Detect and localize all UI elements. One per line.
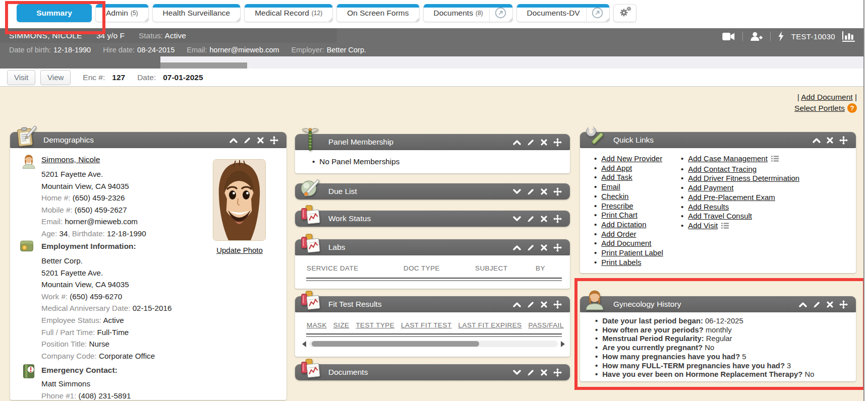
scroll-left-arrow[interactable] bbox=[302, 341, 306, 347]
gynecology-history-portlet: Gynecology History Date your last period… bbox=[580, 296, 856, 381]
collapse-icon[interactable] bbox=[799, 302, 807, 307]
vertical-scrollbar[interactable] bbox=[863, 0, 868, 401]
link-prescribe[interactable]: Prescribe bbox=[601, 202, 633, 210]
patient-name-link[interactable]: Simmons, Nicole bbox=[41, 155, 100, 164]
column-header-last-fit-expires[interactable]: LAST FIT EXPIRES bbox=[458, 321, 522, 329]
edit-icon[interactable] bbox=[527, 301, 535, 308]
edit-icon[interactable] bbox=[527, 369, 535, 376]
expand-icon[interactable] bbox=[513, 189, 521, 194]
link-add-visit[interactable]: Add Visit bbox=[688, 221, 718, 230]
tab-settings-button[interactable] bbox=[613, 4, 636, 22]
tab-documents[interactable]: Documents(8) bbox=[423, 4, 513, 22]
link-print-patient-label[interactable]: Print Patient Label bbox=[601, 248, 663, 257]
labs-column-headers: SERVICE DATEDOC TYPESUBJECTBY bbox=[307, 264, 545, 272]
edit-icon[interactable] bbox=[527, 215, 535, 223]
edit-icon[interactable] bbox=[527, 188, 535, 195]
portlet-title: Due List bbox=[328, 183, 357, 199]
link-add-results[interactable]: Add Results bbox=[688, 203, 729, 211]
link-add-document[interactable]: Add Document bbox=[601, 239, 651, 247]
link-add-payment[interactable]: Add Payment bbox=[688, 183, 733, 192]
link-email[interactable]: Email bbox=[601, 182, 620, 191]
visit-button[interactable]: Visit bbox=[7, 70, 35, 85]
move-icon[interactable] bbox=[839, 300, 848, 309]
view-button[interactable]: View bbox=[40, 70, 71, 85]
collapse-icon[interactable] bbox=[229, 138, 238, 143]
link-add-task[interactable]: Add Task bbox=[601, 173, 632, 181]
expand-icon[interactable] bbox=[513, 370, 521, 375]
divider bbox=[742, 32, 743, 41]
column-header-last-fit-test[interactable]: LAST FIT TEST bbox=[401, 321, 451, 329]
list-menu-icon[interactable] bbox=[771, 155, 779, 165]
close-icon[interactable] bbox=[541, 139, 547, 146]
link-add-order[interactable]: Add Order bbox=[601, 230, 636, 238]
link-add-dictation[interactable]: Add Dictation bbox=[601, 220, 646, 229]
collapse-icon[interactable] bbox=[513, 302, 521, 307]
collapse-icon[interactable] bbox=[513, 245, 521, 250]
move-icon[interactable] bbox=[553, 215, 562, 223]
bar-chart-icon[interactable] bbox=[842, 31, 856, 42]
close-icon[interactable] bbox=[827, 137, 833, 144]
close-icon[interactable] bbox=[541, 369, 547, 376]
close-icon[interactable] bbox=[541, 216, 547, 222]
link-checkin[interactable]: Checkin bbox=[601, 192, 628, 201]
move-icon[interactable] bbox=[553, 187, 562, 196]
move-icon[interactable] bbox=[553, 138, 562, 147]
open-new-window-icon[interactable] bbox=[489, 4, 506, 22]
link-add-case-management[interactable]: Add Case Management bbox=[688, 154, 768, 163]
column-header-mask[interactable]: MASK bbox=[307, 321, 327, 329]
help-icon[interactable]: ? bbox=[847, 103, 857, 116]
link-add-driver-fitness-determination[interactable]: Add Driver Fitness Determination bbox=[688, 174, 799, 182]
close-icon[interactable] bbox=[541, 188, 547, 195]
quick-links-portlet: Quick Links Add New ProviderAdd ApptAdd … bbox=[580, 132, 856, 273]
update-photo-link[interactable]: Update Photo bbox=[210, 246, 269, 254]
edit-icon[interactable] bbox=[244, 137, 251, 144]
close-icon[interactable] bbox=[541, 301, 547, 308]
move-icon[interactable] bbox=[270, 136, 278, 145]
lightning-bolt-icon[interactable] bbox=[778, 31, 784, 41]
tab-summary[interactable]: Summary bbox=[17, 4, 92, 22]
list-menu-icon[interactable] bbox=[721, 222, 729, 232]
tab-health-surveillance[interactable]: Health Surveillance bbox=[152, 4, 241, 22]
tab-admin[interactable]: Admin(5) bbox=[95, 4, 149, 22]
link-add-contact-tracing[interactable]: Add Contact Tracing bbox=[688, 165, 757, 173]
expand-icon[interactable] bbox=[513, 216, 521, 222]
close-icon[interactable] bbox=[541, 244, 547, 251]
link-add-travel-consult[interactable]: Add Travel Consult bbox=[688, 212, 752, 220]
edit-icon[interactable] bbox=[527, 139, 535, 146]
tab-on-screen-forms[interactable]: On Screen Forms bbox=[336, 4, 419, 22]
woman-avatar-icon bbox=[584, 290, 605, 311]
link-add-pre-placement-exam[interactable]: Add Pre-Placement Exam bbox=[688, 193, 775, 202]
close-icon[interactable] bbox=[257, 137, 264, 144]
add-person-icon[interactable] bbox=[750, 32, 763, 41]
link-add-new-provider[interactable]: Add New Provider bbox=[601, 154, 662, 163]
move-icon[interactable] bbox=[553, 368, 562, 377]
edit-icon[interactable] bbox=[527, 244, 535, 251]
video-camera-icon[interactable] bbox=[722, 32, 735, 41]
move-icon[interactable] bbox=[553, 243, 562, 252]
add-document-link[interactable]: Add Document bbox=[801, 93, 853, 101]
tab-medical-record[interactable]: Medical Record(12) bbox=[244, 4, 333, 22]
select-portlets-link[interactable]: Select Portlets bbox=[794, 104, 845, 112]
open-new-window-icon[interactable] bbox=[586, 4, 603, 22]
strip-scroll-block[interactable] bbox=[160, 62, 247, 69]
move-icon[interactable] bbox=[553, 300, 562, 309]
column-header-pass-fail[interactable]: PASS/FAIL bbox=[529, 321, 564, 329]
close-icon[interactable] bbox=[827, 301, 833, 308]
scrollbar-track[interactable] bbox=[309, 341, 558, 347]
link-print-chart[interactable]: Print Chart bbox=[601, 211, 638, 219]
link-print-labels[interactable]: Print Labels bbox=[601, 258, 641, 266]
move-icon[interactable] bbox=[839, 136, 848, 145]
scroll-right-arrow[interactable] bbox=[561, 341, 565, 347]
column-header-test-type[interactable]: TEST TYPE bbox=[356, 321, 394, 329]
edit-icon[interactable] bbox=[813, 301, 821, 308]
tab-documents-dv[interactable]: Documents-DV bbox=[516, 4, 610, 22]
employer-field: Employer:Better Corp. bbox=[292, 46, 366, 54]
collapse-icon[interactable] bbox=[813, 138, 821, 143]
collapse-icon[interactable] bbox=[513, 140, 521, 145]
link-add-appt[interactable]: Add Appt bbox=[601, 164, 632, 172]
scrollbar-thumb[interactable] bbox=[312, 341, 479, 347]
column-header-doc-type: DOC TYPE bbox=[403, 264, 475, 272]
quick-link-item: Add Document bbox=[594, 239, 663, 248]
column-header-size[interactable]: SIZE bbox=[333, 321, 350, 329]
webchart-page: Summary Admin(5) Health Surveillance Med… bbox=[0, 0, 868, 401]
